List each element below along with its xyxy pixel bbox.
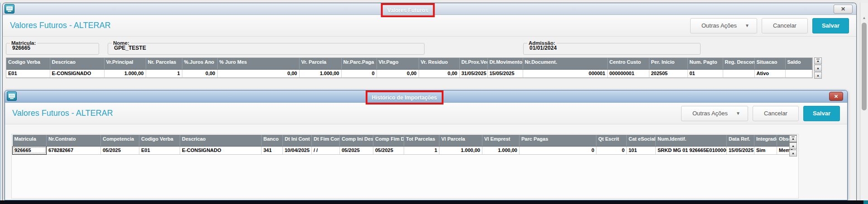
main-action-bar: Outras Ações ▼ Cancelar Salvar: [690, 18, 849, 33]
table-cell[interactable]: 05/2025: [101, 146, 139, 154]
table-cell[interactable]: 0: [596, 146, 627, 154]
scroll-top-button[interactable]: ▲: [789, 135, 797, 142]
column-header: Nr.Document.: [523, 58, 607, 69]
scrollbar-thumb[interactable]: [862, 23, 867, 110]
table-cell[interactable]: 15/05/2025: [487, 69, 523, 77]
screen: Valores Futuros ✕ Valores Futuros - ALTE…: [0, 0, 868, 204]
admissao-field: Admissão: 01/01/2024: [523, 40, 701, 55]
table-cell[interactable]: 10/04/2025: [283, 146, 312, 154]
scroll-up-icon: ▲: [792, 152, 795, 155]
column-header: Cat eSocial: [627, 135, 656, 146]
column-header: Centro Custo: [607, 58, 649, 69]
modal-outras-acoes-button[interactable]: Outras Ações ▼: [681, 106, 748, 121]
outras-acoes-label: Outras Ações: [701, 22, 737, 29]
column-header: Competencia: [101, 135, 139, 146]
importacoes-grid-scrollbar: ▲ ▲ ▲: [789, 135, 797, 157]
column-header: Dt Ini Cont: [283, 135, 312, 146]
column-header: Saldo: [785, 58, 812, 69]
table-cell[interactable]: 926665: [13, 146, 47, 154]
column-header: Integrado: [754, 135, 777, 146]
table-cell[interactable]: 15/05/2025: [727, 146, 754, 154]
scroll-up-button[interactable]: ▲: [814, 72, 822, 79]
table-cell[interactable]: 0: [520, 146, 596, 154]
table-cell[interactable]: 1: [146, 69, 182, 77]
taskbar-accent: [863, 200, 868, 204]
main-window-title: Valores Futuros: [387, 7, 429, 14]
matricula-value[interactable]: 926665: [6, 45, 99, 53]
table-cell[interactable]: 0: [341, 69, 377, 77]
column-header: Per. Inicio: [649, 58, 687, 69]
table-cell[interactable]: 101: [627, 146, 656, 154]
main-close-button[interactable]: ✕: [834, 5, 853, 14]
bottom-taskbar: [0, 200, 868, 204]
table-cell[interactable]: 000001: [523, 69, 607, 77]
outras-acoes-button[interactable]: Outras Ações ▼: [690, 18, 757, 33]
table-cell[interactable]: 31/05/2025: [459, 69, 487, 77]
table-cell[interactable]: 1.000,00: [104, 69, 146, 77]
historico-importacoes-modal: Histórico de Importações ✕ Valores Futur…: [5, 90, 848, 200]
column-header: Num. Pagto: [687, 58, 723, 69]
table-row: 92666567828266705/2025E01E-CONSIGNADO341…: [13, 146, 797, 154]
column-header: Vr. Residuo: [419, 58, 459, 69]
admissao-value[interactable]: 01/01/2024: [524, 45, 700, 53]
table-cell[interactable]: 341: [262, 146, 283, 154]
table-cell[interactable]: 0,00: [377, 69, 419, 77]
column-header: Comp Ini Des: [340, 135, 373, 146]
table-row: E01E-CONSIGNADO1.000,0010,000,001.000,00…: [6, 69, 812, 77]
modal-cancelar-button[interactable]: Cancelar: [753, 106, 799, 121]
column-header: Matricula: [13, 135, 47, 146]
table-cell[interactable]: E01: [139, 146, 180, 154]
nome-field: Nome: GPE_TESTE: [108, 40, 424, 55]
scroll-pageup-button[interactable]: ▲: [789, 142, 797, 149]
table-cell[interactable]: E01: [6, 69, 50, 77]
scroll-up-button[interactable]: ▲: [789, 150, 797, 157]
vertical-scrollbar[interactable]: ▲: [860, 3, 868, 200]
table-cell[interactable]: 05/2025: [340, 146, 373, 154]
scroll-up-icon: ▲: [792, 144, 795, 147]
table-cell[interactable]: / /: [312, 146, 340, 154]
column-header: Vr. Parcela: [299, 58, 341, 69]
cancelar-button[interactable]: Cancelar: [762, 18, 808, 33]
table-cell[interactable]: 202505: [649, 69, 687, 77]
nome-value[interactable]: GPE_TESTE: [108, 45, 424, 53]
table-cell[interactable]: 05/2025: [373, 146, 404, 154]
column-header: Qt Escrit: [596, 135, 627, 146]
table-cell[interactable]: [723, 69, 754, 77]
scroll-top-button[interactable]: ▲: [814, 57, 822, 64]
table-cell[interactable]: 0,00: [217, 69, 299, 77]
table-cell[interactable]: 1: [404, 146, 439, 154]
table-cell[interactable]: 1.000,00: [439, 146, 482, 154]
scroll-pageup-button[interactable]: ▲: [814, 65, 822, 71]
column-header: Vlr.Pago: [377, 58, 419, 69]
table-cell[interactable]: E-CONSIGNADO: [180, 146, 262, 154]
column-header: Situacao: [754, 58, 785, 69]
verbas-grid: Codigo VerbaDescricaoVr.PrincipalNr. Par…: [6, 57, 813, 78]
table-cell[interactable]: 01: [687, 69, 723, 77]
table-cell[interactable]: 678282667: [47, 146, 101, 154]
window-icon: [5, 4, 14, 14]
modal-panel-header: Valores Futuros - ALTERAR Outras Ações ▼…: [5, 103, 847, 124]
table-cell[interactable]: 000000001: [607, 69, 649, 77]
modal-titlebar: Histórico de Importações ✕: [5, 90, 847, 103]
column-header: Reg. Descont: [723, 58, 754, 69]
table-cell[interactable]: SRKD MG 01 926665E01000001: [656, 146, 727, 154]
table-cell[interactable]: E-CONSIGNADO: [50, 69, 104, 77]
table-cell[interactable]: 0,00: [419, 69, 459, 77]
table-cell[interactable]: Sim: [754, 146, 777, 154]
table-cell[interactable]: 1.000,00: [482, 146, 520, 154]
modal-salvar-button[interactable]: Salvar: [803, 106, 840, 121]
column-header: % Juro Mes: [217, 58, 299, 69]
salvar-button[interactable]: Salvar: [812, 18, 849, 33]
table-cell[interactable]: Ativo: [754, 69, 785, 77]
main-window-titlebar: Valores Futuros ✕: [3, 3, 856, 15]
column-header: %.Juros Ano: [182, 58, 217, 69]
table-cell[interactable]: [785, 69, 812, 77]
importacoes-grid: MatriculaNr.ContratoCompetenciaCodigo Ve…: [12, 135, 797, 155]
scrollbar-up-arrow[interactable]: ▲: [860, 14, 868, 22]
column-header: Nr.Contrato: [47, 135, 101, 146]
column-header: Vr.Principal: [104, 58, 146, 69]
table-cell[interactable]: 0,00: [182, 69, 217, 77]
modal-close-button[interactable]: ✕: [829, 92, 843, 101]
table-cell[interactable]: 1.000,00: [299, 69, 341, 77]
matricula-field: Matricula: 926665: [6, 40, 99, 55]
